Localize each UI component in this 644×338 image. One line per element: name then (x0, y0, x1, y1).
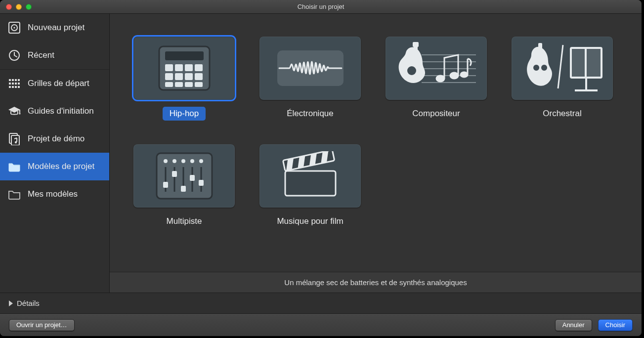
svg-rect-63 (163, 182, 168, 188)
svg-rect-34 (195, 82, 203, 87)
svg-rect-19 (11, 135, 19, 145)
sidebar-item-label: Grilles de départ (28, 79, 89, 88)
violin-stand-icon (512, 37, 613, 100)
music-doc-icon (8, 132, 21, 145)
sidebar-item-label: Modèles de projet (28, 162, 94, 171)
svg-rect-47 (538, 43, 542, 51)
template-orchestral[interactable]: Orchestral (512, 37, 613, 121)
template-label: Électronique (280, 107, 341, 121)
sidebar-item-demo-project[interactable]: Projet de démo (0, 125, 109, 153)
cancel-button[interactable]: Annuler (555, 319, 592, 331)
svg-rect-64 (172, 171, 177, 177)
sidebar-item-label: Nouveau projet (28, 23, 85, 33)
sidebar-item-my-templates[interactable]: Mes modèles (0, 180, 109, 208)
sidebar-item-label: Mes modèles (28, 189, 78, 199)
svg-point-44 (436, 76, 444, 82)
svg-point-56 (190, 159, 194, 163)
svg-rect-26 (195, 64, 203, 71)
open-project-button[interactable]: Ouvrir un projet… (9, 319, 75, 331)
template-label: Compositeur (405, 107, 467, 121)
svg-rect-43 (413, 42, 419, 47)
svg-rect-11 (15, 83, 17, 84)
svg-rect-24 (175, 64, 183, 71)
sidebar-item-recent[interactable]: Récent (0, 42, 109, 69)
template-description: Un mélange sec de batteries et de synthé… (110, 272, 642, 293)
svg-rect-15 (15, 86, 17, 88)
svg-point-46 (461, 72, 468, 77)
window-title: Choisir un projet (0, 3, 642, 10)
grad-cap-icon (8, 105, 21, 118)
chevron-right-icon (9, 300, 13, 306)
svg-point-53 (164, 159, 168, 163)
svg-rect-68 (285, 171, 336, 196)
sidebar-item-label: Guides d'initiation (28, 106, 94, 116)
folder-icon (8, 160, 21, 173)
svg-rect-5 (9, 79, 11, 81)
project-chooser-window: Choisir un projet Nouveau projet Récent (0, 0, 642, 336)
template-film-score[interactable]: Musique pour film (259, 144, 361, 228)
clapper-icon (259, 144, 361, 208)
svg-rect-23 (165, 64, 173, 71)
disk-icon (8, 21, 21, 34)
svg-point-57 (199, 159, 203, 163)
sidebar-item-starter-grids[interactable]: Grilles de départ (0, 70, 109, 97)
svg-rect-14 (12, 86, 14, 88)
bottom-toolbar: Ouvrir un projet… Annuler Choisir (0, 313, 642, 336)
sidebar: Nouveau projet Récent Grilles de dépar (0, 14, 110, 293)
svg-point-45 (450, 73, 458, 79)
drum-machine-icon (133, 37, 235, 100)
svg-rect-65 (181, 186, 186, 192)
template-grid: Hip-hop Électronique (133, 37, 618, 228)
zoom-window-button[interactable] (26, 4, 32, 10)
sidebar-item-tutorials[interactable]: Guides d'initiation (0, 97, 109, 125)
svg-rect-9 (9, 83, 11, 84)
svg-rect-3 (17, 23, 19, 26)
svg-rect-22 (165, 51, 204, 60)
waveform-icon (259, 37, 361, 100)
svg-point-2 (13, 27, 15, 28)
details-disclosure-row[interactable]: Détails (0, 293, 642, 313)
template-label: Musique pour film (270, 214, 350, 228)
close-window-button[interactable] (6, 4, 12, 10)
template-label: Orchestral (536, 107, 588, 121)
svg-rect-31 (165, 82, 173, 87)
svg-rect-28 (175, 73, 183, 80)
svg-point-54 (172, 159, 176, 163)
content-area: Nouveau projet Récent Grilles de dépar (0, 14, 642, 293)
sidebar-item-label: Récent (28, 50, 54, 60)
choose-button[interactable]: Choisir (598, 319, 633, 331)
details-label: Détails (17, 299, 40, 307)
grid-icon (8, 77, 21, 90)
svg-point-55 (181, 159, 185, 163)
svg-rect-33 (185, 82, 193, 87)
template-label: Multipiste (160, 214, 209, 228)
sidebar-item-new-project[interactable]: Nouveau projet (0, 14, 109, 42)
template-songwriter[interactable]: Compositeur (386, 37, 487, 121)
template-hip-hop[interactable]: Hip-hop (133, 37, 235, 121)
clock-icon (8, 49, 21, 62)
svg-rect-27 (165, 73, 173, 80)
minimize-window-button[interactable] (16, 4, 22, 10)
svg-point-17 (19, 113, 21, 115)
mixer-icon (133, 144, 235, 208)
svg-rect-12 (18, 83, 20, 84)
svg-rect-32 (175, 82, 183, 87)
svg-rect-13 (9, 86, 11, 88)
template-electronic[interactable]: Électronique (259, 37, 361, 121)
template-multitrack[interactable]: Multipiste (133, 144, 235, 228)
svg-rect-29 (185, 73, 193, 80)
svg-point-41 (407, 66, 416, 75)
svg-rect-67 (199, 180, 204, 186)
svg-rect-16 (18, 86, 20, 88)
svg-rect-8 (18, 79, 20, 81)
sidebar-item-label: Projet de démo (28, 134, 85, 144)
svg-rect-25 (185, 64, 193, 71)
template-grid-wrap: Hip-hop Électronique (110, 14, 642, 272)
guitar-notes-icon (386, 37, 487, 100)
sidebar-item-project-templates[interactable]: Modèles de projet (0, 153, 109, 180)
svg-rect-7 (15, 79, 17, 81)
main-panel: Hip-hop Électronique (110, 14, 642, 293)
svg-rect-66 (190, 175, 195, 181)
titlebar: Choisir un projet (0, 0, 642, 14)
template-label: Hip-hop (163, 107, 206, 121)
